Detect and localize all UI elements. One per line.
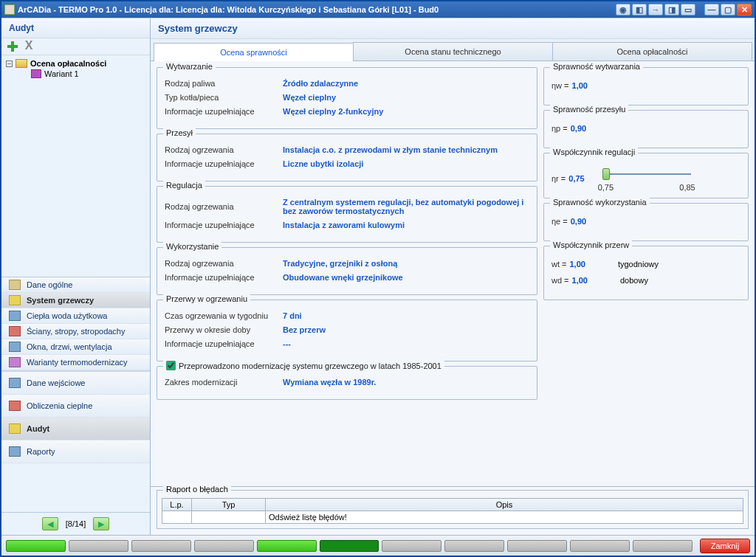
wytwarzanie-info-value[interactable]: Węzeł cieplny 2-funkcyjny	[283, 107, 529, 116]
legend: Wykorzystanie	[163, 242, 221, 251]
rodzaj-paliwa-value[interactable]: Źródło zdalaczynne	[283, 79, 529, 88]
nav-raporty[interactable]: Raporty	[1, 440, 150, 463]
wt-value: 1,00	[569, 260, 585, 269]
status-seg-4[interactable]	[194, 540, 254, 552]
status-seg-6[interactable]	[320, 540, 379, 552]
group-sprawnosc-przesylu: Sprawność przesyłu ηp =0,90	[543, 110, 749, 148]
tree-child-label: Wariant 1	[44, 69, 79, 78]
regulacja-slider[interactable]: 0,750,85	[602, 167, 691, 181]
table-row[interactable]: Odśwież listę błędów!	[162, 511, 743, 524]
legend: Przesył	[163, 128, 196, 137]
next-button[interactable]: ▶	[93, 517, 109, 530]
app-icon	[4, 4, 15, 15]
group-modernizacja: Przeprowadzono modernizację systemu grze…	[157, 366, 537, 400]
tree-collapse-icon[interactable]: –	[6, 60, 13, 67]
tab-ocena-stanu[interactable]: Ocena stanu technicznego	[353, 42, 553, 60]
sidebar: Audyt X – Ocena opłacalności Wariant 1 D…	[1, 18, 151, 535]
aux-button-1[interactable]: ◉	[616, 4, 630, 15]
eta-w-value: 1,00	[572, 81, 588, 90]
close-button[interactable]: Zamknij	[700, 539, 750, 553]
calc-icon	[9, 401, 21, 411]
window-close-button[interactable]	[737, 4, 752, 15]
aux-button-2[interactable]: ◧	[632, 4, 647, 15]
przerwy-doby-value[interactable]: Bez przerw	[283, 325, 529, 334]
error-table: L.p. Typ Opis Odśwież listę błędów!	[162, 498, 743, 524]
modernizacja-checkbox[interactable]	[166, 361, 176, 370]
eta-r-value: 0,75	[568, 174, 584, 183]
status-seg-3[interactable]	[131, 540, 191, 552]
tree-root[interactable]: – Ocena opłacalności	[6, 58, 145, 69]
typ-kotla-value[interactable]: Węzeł cieplny	[283, 93, 529, 102]
status-seg-9[interactable]	[507, 540, 567, 552]
delete-icon[interactable]: X	[22, 40, 35, 53]
audit-icon	[9, 423, 21, 434]
status-seg-11[interactable]	[633, 540, 693, 552]
tree-root-label: Ocena opłacalności	[30, 59, 106, 68]
modern-zakres-value[interactable]: Wymiana węzła w 1989r.	[283, 378, 529, 387]
regulacja-info-value[interactable]: Instalacja z zaworami kulowymi	[283, 221, 529, 229]
nav-steps: Dane ogólne System grzewczy Ciepła woda …	[1, 277, 150, 370]
status-seg-2[interactable]	[69, 540, 128, 552]
nav-dane-wejsciowe[interactable]: Dane wejściowe	[1, 372, 150, 395]
group-sprawnosc-wykorzystania: Sprawność wykorzystania ηe =0,90	[543, 203, 749, 241]
nav-icon	[9, 295, 21, 305]
report-icon	[9, 446, 21, 457]
przesyl-rodzaj-value[interactable]: Instalacja c.o. z przewodami w złym stan…	[283, 145, 529, 154]
nav-dane-ogolne[interactable]: Dane ogólne	[1, 277, 150, 293]
nav-icon	[9, 326, 21, 336]
prev-button[interactable]: ◀	[42, 517, 58, 530]
status-seg-5[interactable]	[257, 540, 317, 552]
statusbar: Zamknij	[1, 535, 755, 556]
group-regulacja: Regulacja Rodzaj ogrzewaniaZ centralnym …	[157, 186, 537, 243]
tree: – Ocena opłacalności Wariant 1	[1, 55, 150, 277]
nav-audyt[interactable]: Audyt	[1, 418, 150, 440]
nav-warianty[interactable]: Warianty termomodernizacy	[1, 355, 150, 370]
legend: Regulacja	[163, 181, 205, 190]
tab-ocena-oplacalnosci[interactable]: Ocena opłacalności	[552, 42, 752, 60]
tab-ocena-sprawnosci[interactable]: Ocena sprawności	[154, 43, 354, 61]
group-raport-bledow: Raport o błędach L.p. Typ Opis Odśwież l…	[157, 490, 749, 529]
aux-button-3[interactable]: →	[648, 4, 663, 15]
col-typ[interactable]: Typ	[192, 499, 266, 511]
status-seg-7[interactable]	[382, 540, 441, 552]
add-icon[interactable]	[6, 40, 19, 53]
nav-system-grzewczy[interactable]: System grzewczy	[1, 293, 150, 308]
przesyl-info-value[interactable]: Liczne ubytki izolacji	[283, 159, 529, 168]
status-seg-8[interactable]	[444, 540, 504, 552]
folder-icon	[16, 59, 27, 68]
nav-icon	[9, 280, 21, 290]
col-lp[interactable]: L.p.	[162, 499, 192, 511]
legend: Wytwarzanie	[163, 62, 216, 71]
sidebar-header: Audyt	[1, 18, 150, 38]
group-przesyl: Przesył Rodzaj ogrzewaniaInstalacja c.o.…	[157, 134, 537, 181]
eta-p-value: 0,90	[571, 124, 586, 133]
nav-sections: Dane wejściowe Obliczenia cieplne Audyt …	[1, 370, 150, 463]
wykorzystanie-info-value[interactable]: Obudowane wnęki grzejnikowe	[283, 273, 529, 282]
variant-icon	[31, 69, 41, 78]
aux-button-5[interactable]: ▭	[681, 4, 695, 15]
status-seg-10[interactable]	[570, 540, 630, 552]
col-opis[interactable]: Opis	[266, 499, 743, 511]
legend-modernizacja: Przeprowadzono modernizację systemu grze…	[163, 361, 444, 370]
aux-button-4[interactable]: ◨	[664, 4, 679, 15]
wd-value: 1,00	[572, 276, 588, 285]
przerwy-info-value[interactable]: ---	[283, 339, 529, 348]
regulacja-rodzaj-value[interactable]: Z centralnym systemem regulacji, bez aut…	[283, 198, 529, 215]
nav-sciany-stropy[interactable]: Ściany, stropy, stropodachy	[1, 324, 150, 339]
nav-obliczenia[interactable]: Obliczenia cieplne	[1, 395, 150, 418]
group-wytwarzanie: Wytwarzanie Rodzaj paliwaŹródło zdalaczy…	[157, 67, 537, 129]
minimize-button[interactable]: —	[704, 4, 719, 15]
group-przerwy: Przerwy w ogrzewaniu Czas ogrzewania w t…	[157, 300, 537, 361]
przerwy-czas-value[interactable]: 7 dni	[283, 311, 529, 320]
nav-ciepla-woda[interactable]: Ciepła woda użytkowa	[1, 308, 150, 324]
refresh-cell[interactable]: Odśwież listę błędów!	[266, 511, 743, 524]
page-title: System grzewczy	[151, 18, 755, 39]
tree-child[interactable]: Wariant 1	[6, 69, 145, 79]
maximize-button[interactable]: ▢	[721, 4, 735, 15]
nav-okna-drzwi[interactable]: Okna, drzwi, wentylacja	[1, 339, 150, 355]
group-wykorzystanie: Wykorzystanie Rodzaj ogrzewaniaTradycyjn…	[157, 247, 537, 295]
titlebar: ArCADia - TERMO Pro 1.0 - Licencja dla: …	[1, 1, 755, 18]
wykorzystanie-rodzaj-value[interactable]: Tradycyjne, grzejniki z osłoną	[283, 259, 529, 268]
status-seg-1[interactable]	[6, 540, 66, 552]
nav-icon	[9, 342, 21, 352]
